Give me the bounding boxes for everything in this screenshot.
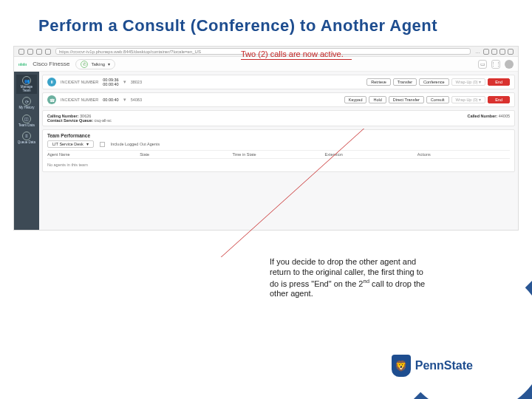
rail-queue-data[interactable]: ≡ Queue Data (16, 130, 37, 146)
col-state[interactable]: State (140, 152, 232, 157)
hold-badge-icon: ⏸ (47, 78, 56, 86)
team-selector[interactable]: LIT Service Desk▾ (47, 140, 94, 148)
forward-icon[interactable] (27, 49, 33, 55)
call-card-1: ⏸ INCIDENT NUMBER 00:09:3600:00:40 ▾ 380… (42, 75, 515, 89)
agent-state-label: Talking (91, 62, 105, 66)
app-name: Cisco Finesse (33, 61, 69, 67)
rail-my-history[interactable]: ⟳ My History (16, 95, 37, 112)
rail-label: Team Data (18, 124, 35, 128)
chat-icon[interactable]: ▭ (478, 60, 487, 69)
chevron-down-icon[interactable]: ▾ (123, 79, 126, 85)
timer: 00:00:40 (103, 82, 118, 86)
timer: 00:00:40 (103, 98, 118, 102)
team-table-header: Agent Name State Time in State Extension… (47, 150, 510, 159)
csq-value: csq-all-sc (95, 118, 112, 123)
col-agent[interactable]: Agent Name (47, 152, 140, 157)
end-button[interactable]: End (488, 78, 510, 86)
phone-icon: ✆ (81, 61, 88, 68)
library-icon[interactable] (499, 49, 505, 55)
dialpad-icon[interactable]: ⋮⋮ (491, 60, 500, 69)
rail-manage-team[interactable]: 👥 Manage Team (16, 75, 37, 94)
call-card-2: ☎ INCIDENT NUMBER 00:00:40 ▾ 54083 Keypa… (42, 92, 515, 107)
conference-button[interactable]: Conference (419, 78, 449, 86)
chart-icon: ◫ (22, 115, 31, 123)
home-icon[interactable] (45, 49, 51, 55)
field-label: INCIDENT NUMBER (61, 80, 98, 84)
call-info: Calling Number: 30626 Contact Service Qu… (42, 110, 515, 126)
csq-label: Contact Service Queue: (47, 118, 93, 123)
called-number-label: Called Number: (468, 114, 498, 118)
field-label: INCIDENT NUMBER (61, 98, 98, 102)
col-ext[interactable]: Extension (325, 152, 417, 157)
consult-button[interactable]: Consult (426, 96, 449, 103)
user-avatar[interactable] (505, 60, 514, 69)
download-icon[interactable] (491, 49, 497, 55)
keypad-button[interactable]: Keypad (344, 96, 367, 103)
main-area: ⏸ INCIDENT NUMBER 00:09:3600:00:40 ▾ 380… (39, 72, 518, 230)
shield-icon: 🦁 (392, 355, 411, 377)
active-badge-icon: ☎ (47, 95, 56, 104)
rail-label: Queue Data (18, 141, 35, 145)
extension: 54083 (131, 98, 142, 102)
callout-active-calls: Two (2) calls are now active. (241, 50, 352, 60)
chevron-down-icon: ▾ (86, 142, 89, 146)
end-button-2[interactable]: End (488, 96, 510, 103)
chevron-down-icon[interactable]: ▾ (123, 97, 126, 103)
users-icon: 👥 (22, 76, 31, 85)
slide-title: Perform a Consult (Conference) to Anothe… (38, 16, 437, 35)
called-number: 44005 (499, 114, 510, 118)
left-rail: 👥 Manage Team ⟳ My History ◫ Team Data ≡… (14, 72, 39, 230)
team-perf-title: Team Performance (47, 133, 510, 138)
hold-button[interactable]: Hold (369, 96, 386, 103)
col-time[interactable]: Time in State (232, 152, 324, 157)
transfer-button[interactable]: Transfer (393, 78, 417, 86)
chevron-down-icon: ▾ (108, 61, 110, 66)
rail-label: Manage Team (16, 86, 37, 92)
clock-icon: ⟳ (22, 97, 31, 106)
pennstate-logo: 🦁 PennState (392, 355, 473, 377)
retrieve-button[interactable]: Retrieve (366, 78, 390, 86)
rail-label: My History (18, 106, 34, 110)
pennstate-text: PennState (415, 359, 473, 372)
wrapup-button: Wrap-Up (0) ▾ (451, 78, 486, 86)
team-performance: Team Performance LIT Service Desk▾ Inclu… (42, 129, 515, 172)
browser-nav (18, 49, 51, 55)
back-icon[interactable] (18, 49, 24, 55)
extensions-icon[interactable] (508, 49, 514, 55)
include-logged-out-label: Include Logged Out Agents (111, 142, 160, 146)
agent-state[interactable]: ✆ Talking ▾ (75, 59, 115, 69)
direct-transfer-button[interactable]: Direct Transfer (389, 96, 424, 103)
list-icon: ≡ (22, 132, 31, 140)
app-screenshot: https://ccxcvr-iv1p.phoneps.web:8445/des… (13, 46, 519, 231)
menu-icon[interactable] (483, 49, 489, 55)
team-table-empty: No agents in this team (47, 161, 510, 168)
rail-team-data[interactable]: ◫ Team Data (16, 113, 37, 129)
reload-icon[interactable] (36, 49, 42, 55)
wrapup-button: Wrap-Up (0) ▾ (451, 96, 486, 103)
overflow-icon[interactable]: … (475, 49, 481, 55)
include-logged-out-checkbox[interactable] (100, 142, 105, 147)
extension: 38023 (131, 80, 142, 84)
cisco-logo: ıılıılıı (18, 62, 27, 66)
col-actions: Actions (417, 152, 510, 157)
